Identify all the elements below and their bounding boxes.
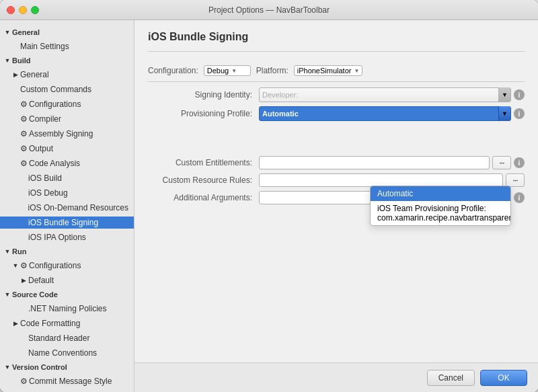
- sidebar-label-text: Output: [29, 144, 53, 153]
- sidebar-label-text: Code Formatting: [20, 319, 80, 328]
- sidebar-label-text: Compiler: [29, 114, 61, 124]
- sidebar-item-ios-ipa[interactable]: iOS IPA Options: [0, 230, 134, 245]
- main-header: iOS Bundle Signing: [134, 20, 538, 65]
- sidebar-item-name-conventions[interactable]: Name Conventions: [0, 346, 134, 360]
- sidebar-label-text: Run: [12, 247, 26, 256]
- sidebar-item-commit-message-style[interactable]: ⚙ Commit Message Style: [0, 374, 134, 389]
- sidebar-item-code-analysis[interactable]: ⚙ Code Analysis: [0, 156, 134, 171]
- provisioning-profile-select[interactable]: Automatic ▼: [259, 106, 511, 121]
- signing-identity-field: Developer: ▼ i: [259, 87, 525, 102]
- sidebar-item-build-general[interactable]: General: [0, 67, 134, 82]
- custom-entitlements-field: ··· i: [259, 156, 525, 169]
- sidebar-item-build-section[interactable]: Build: [0, 54, 134, 67]
- sidebar-label-text: .NET Naming Policies: [20, 304, 106, 313]
- sidebar-item-standard-header[interactable]: Standard Header: [0, 331, 134, 346]
- custom-entitlements-row: Custom Entitlements: ··· i: [148, 156, 525, 169]
- sidebar-item-ios-bundle-signing[interactable]: iOS Bundle Signing: [0, 215, 134, 230]
- triangle-icon: [4, 291, 11, 298]
- sidebar-label-text: Code Analysis: [29, 159, 80, 168]
- sidebar-label-text: Custom Commands: [20, 85, 91, 94]
- sidebar-item-net-naming[interactable]: .NET Naming Policies: [0, 301, 134, 316]
- additional-arguments-info-button[interactable]: i: [514, 192, 525, 203]
- sidebar-label-text: Configurations: [29, 261, 81, 270]
- minimize-button[interactable]: [19, 6, 27, 14]
- gear-icon: ⚙: [20, 100, 28, 109]
- triangle-icon: [4, 364, 11, 370]
- sidebar-label-text: iOS Build: [20, 173, 62, 183]
- ok-button[interactable]: OK: [480, 370, 527, 386]
- provisioning-profile-info-button[interactable]: i: [514, 108, 525, 119]
- sidebar-item-code-formatting[interactable]: Code Formatting: [0, 316, 134, 331]
- signing-identity-row: Signing Identity: Developer: ▼ i: [148, 87, 525, 102]
- sidebar-item-assembly-signing[interactable]: ⚙ Assembly Signing: [0, 126, 134, 141]
- provisioning-value: Automatic: [262, 110, 299, 118]
- sidebar: General Main Settings Build Gener: [0, 20, 134, 392]
- sidebar-label-text: Default: [28, 276, 54, 285]
- sidebar-item-configurations[interactable]: ⚙ Configurations: [0, 97, 134, 112]
- custom-entitlements-input[interactable]: [259, 156, 490, 169]
- provisioning-dropdown: Automatic iOS Team Provisioning Profile:…: [370, 186, 511, 226]
- main-panel: iOS Bundle Signing Configuration: Debug …: [134, 20, 538, 392]
- configuration-value: Debug: [207, 67, 229, 75]
- sidebar-label-text: Main Settings: [20, 42, 69, 51]
- footer: Cancel OK: [134, 362, 538, 392]
- triangle-icon: [4, 29, 11, 36]
- configuration-select[interactable]: Debug ▼: [204, 65, 251, 76]
- dropdown-item-team-provisioning[interactable]: iOS Team Provisioning Profile: com.xamar…: [371, 201, 510, 225]
- cancel-button[interactable]: Cancel: [427, 370, 475, 386]
- sidebar-item-compiler[interactable]: ⚙ Compiler: [0, 112, 134, 126]
- maximize-button[interactable]: [31, 6, 39, 14]
- sidebar-item-version-control-section[interactable]: Version Control: [0, 360, 134, 374]
- sidebar-item-general-section[interactable]: General: [0, 26, 134, 39]
- page-title: iOS Bundle Signing: [148, 31, 525, 43]
- gear-icon: ⚙: [20, 377, 28, 386]
- sidebar-item-main-settings[interactable]: Main Settings: [0, 39, 134, 54]
- sidebar-label-text: iOS IPA Options: [20, 233, 86, 242]
- sidebar-label-text: Source Code: [12, 290, 58, 299]
- sidebar-item-ios-on-demand[interactable]: iOS On-Demand Resources: [0, 200, 134, 215]
- gear-icon: ⚙: [20, 261, 28, 270]
- config-row: Configuration: Debug ▼ Platform: iPhoneS…: [148, 65, 525, 76]
- platform-value: iPhoneSimulator: [297, 67, 352, 75]
- combo-arrow-icon: ▼: [498, 87, 510, 102]
- custom-entitlements-info-button[interactable]: i: [514, 157, 525, 168]
- sidebar-item-source-code-section[interactable]: Source Code: [0, 288, 134, 301]
- window: Project Options — NavBarToolbar General …: [0, 0, 538, 392]
- custom-resource-rules-label: Custom Resource Rules:: [148, 175, 259, 185]
- sidebar-item-custom-commands[interactable]: Custom Commands: [0, 82, 134, 97]
- sidebar-label-text: iOS Bundle Signing: [20, 218, 98, 227]
- close-button[interactable]: [7, 6, 15, 14]
- content-area: General Main Settings Build Gener: [0, 20, 538, 392]
- configuration-label: Configuration:: [148, 66, 198, 75]
- gear-icon: ⚙: [20, 144, 28, 153]
- titlebar: Project Options — NavBarToolbar: [0, 0, 538, 20]
- triangle-icon: [4, 57, 11, 64]
- custom-resource-rules-input[interactable]: [259, 173, 503, 187]
- sidebar-item-ios-build[interactable]: iOS Build: [0, 171, 134, 186]
- custom-resource-rules-row: Custom Resource Rules: ···: [148, 173, 525, 187]
- custom-resource-rules-browse-button[interactable]: ···: [506, 173, 525, 187]
- triangle-icon: [4, 248, 11, 255]
- sidebar-item-run-configurations[interactable]: ⚙ Configurations: [0, 258, 134, 273]
- triangle-icon: [12, 320, 19, 327]
- sidebar-label-text: Version Control: [12, 363, 67, 371]
- triangle-icon: [12, 262, 19, 269]
- sidebar-item-output[interactable]: ⚙ Output: [0, 141, 134, 156]
- sidebar-item-run-default[interactable]: Default: [0, 273, 134, 288]
- custom-entitlements-browse-button[interactable]: ···: [492, 156, 511, 169]
- sidebar-item-run-section[interactable]: Run: [0, 245, 134, 258]
- gear-icon: ⚙: [20, 159, 28, 168]
- form-section: Configuration: Debug ▼ Platform: iPhoneS…: [134, 65, 538, 362]
- chevron-down-icon: ▼: [231, 68, 237, 74]
- platform-select[interactable]: iPhoneSimulator ▼: [294, 65, 363, 76]
- sidebar-label-text: General: [20, 70, 49, 79]
- signing-identity-select[interactable]: Developer: ▼: [259, 87, 511, 102]
- signing-identity-info-button[interactable]: i: [514, 89, 525, 100]
- dropdown-item-automatic[interactable]: Automatic: [371, 186, 510, 201]
- sidebar-label-text: General: [12, 28, 40, 36]
- sidebar-label-text: Build: [12, 56, 31, 65]
- divider: [148, 51, 525, 52]
- combo-arrow-icon: ▼: [498, 106, 510, 121]
- sidebar-item-ios-debug[interactable]: iOS Debug: [0, 186, 134, 200]
- sidebar-label-text: iOS On-Demand Resources: [20, 203, 128, 212]
